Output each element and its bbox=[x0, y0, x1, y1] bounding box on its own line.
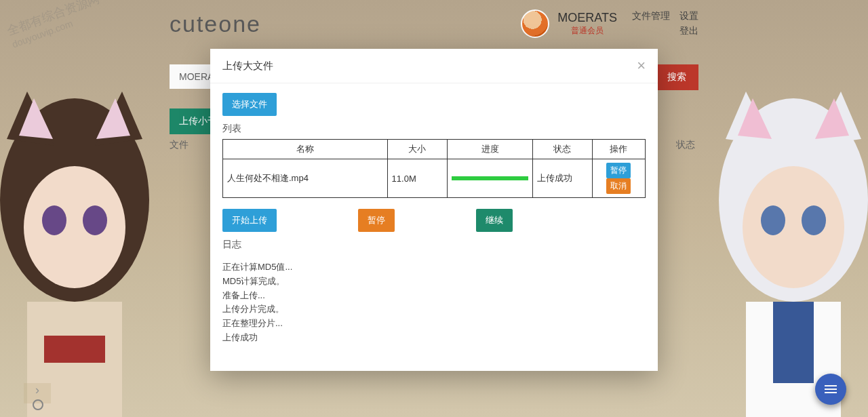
row-cancel-button[interactable]: 取消 bbox=[606, 178, 631, 194]
upload-table: 名称 大小 进度 状态 操作 人生何处不相逢.mp4 11.0M 上传成功 暂停… bbox=[222, 139, 646, 198]
th-progress: 进度 bbox=[448, 140, 533, 159]
start-upload-button[interactable]: 开始上传 bbox=[222, 209, 277, 232]
progress-bar bbox=[452, 176, 528, 180]
th-action: 操作 bbox=[592, 140, 645, 159]
modal-title: 上传大文件 bbox=[222, 60, 273, 73]
log-line: MD5计算完成。 bbox=[222, 275, 646, 289]
close-icon[interactable]: × bbox=[637, 58, 646, 73]
th-status: 状态 bbox=[533, 140, 593, 159]
log-line: 上传成功 bbox=[222, 331, 646, 345]
upload-modal: 上传大文件 × 选择文件 列表 名称 大小 进度 状态 操作 人生何处不相逢.m… bbox=[210, 49, 658, 371]
resume-button[interactable]: 继续 bbox=[476, 209, 513, 232]
log-line: 正在整理分片... bbox=[222, 317, 646, 331]
select-file-button[interactable]: 选择文件 bbox=[222, 93, 277, 116]
log-area: 正在计算MD5值... MD5计算完成。 准备上传... 上传分片完成。 正在整… bbox=[222, 260, 646, 345]
list-label: 列表 bbox=[222, 123, 646, 135]
log-line: 上传分片完成。 bbox=[222, 302, 646, 317]
th-name: 名称 bbox=[223, 140, 388, 159]
log-line: 正在计算MD5值... bbox=[222, 260, 646, 275]
pause-button[interactable]: 暂停 bbox=[358, 209, 395, 232]
table-row: 人生何处不相逢.mp4 11.0M 上传成功 暂停 取消 bbox=[223, 159, 646, 198]
th-size: 大小 bbox=[387, 140, 447, 159]
cell-progress bbox=[448, 159, 533, 198]
cell-name: 人生何处不相逢.mp4 bbox=[223, 159, 388, 198]
cell-action: 暂停 取消 bbox=[592, 159, 645, 198]
log-line: 准备上传... bbox=[222, 289, 646, 303]
cell-size: 11.0M bbox=[387, 159, 447, 198]
cell-status: 上传成功 bbox=[533, 159, 593, 198]
log-label: 日志 bbox=[222, 239, 646, 251]
row-pause-button[interactable]: 暂停 bbox=[606, 163, 631, 178]
